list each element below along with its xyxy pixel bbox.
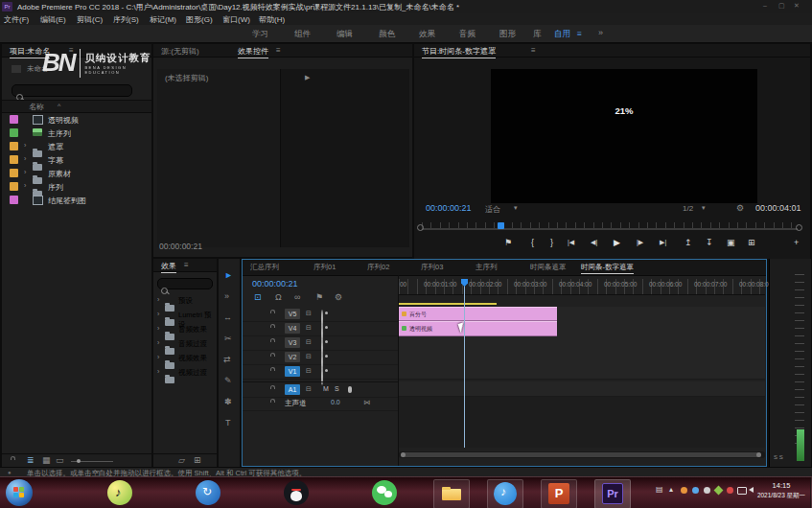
sync-lock-icon[interactable]: ⊟ <box>306 310 312 317</box>
workspace-tab-effects[interactable]: 效果 <box>419 29 435 40</box>
expander-icon[interactable]: › <box>157 311 159 317</box>
label-color-chip[interactable] <box>10 196 18 204</box>
project-panel-tab[interactable]: 项目:未命名 <box>10 46 50 58</box>
start-button[interactable] <box>6 479 33 506</box>
razor-tool-icon[interactable]: ✂ <box>224 334 232 343</box>
project-item-label[interactable]: 结尾签到图 <box>48 196 86 206</box>
menu-item-file[interactable]: 文件(F) <box>4 14 29 25</box>
workspace-tab-audio[interactable]: 音频 <box>459 29 476 40</box>
track-target-button[interactable]: V4 <box>285 323 300 334</box>
film-view-icon[interactable]: ▭ <box>56 455 64 465</box>
effects-search-input[interactable] <box>157 278 213 289</box>
track-content-v1[interactable] <box>399 364 765 380</box>
project-item-label[interactable]: 原素材 <box>48 169 71 179</box>
track-target-button[interactable]: V5 <box>285 309 300 319</box>
track-content-v3[interactable] <box>399 335 765 351</box>
tray-app-orange[interactable] <box>681 487 687 494</box>
workspace-tab-assembly[interactable]: 组件 <box>294 29 311 40</box>
project-item-row[interactable]: › 序列 <box>2 180 151 194</box>
settings-wrench-icon[interactable]: ⚙ <box>736 203 744 213</box>
workspace-tab-custom[interactable]: 自用 <box>554 29 570 40</box>
selection-tool-icon[interactable]: ► <box>224 270 233 280</box>
mark-out-button[interactable]: } <box>550 238 553 247</box>
label-color-chip[interactable] <box>10 115 18 124</box>
minimize-button[interactable]: – <box>763 2 767 9</box>
effects-folder-label[interactable]: 预设 <box>178 296 193 306</box>
label-color-chip[interactable] <box>10 182 18 191</box>
icon-view-icon[interactable]: ▦ <box>42 455 51 465</box>
lift-button[interactable]: ↥ <box>684 238 692 247</box>
hscroll-right-handle[interactable] <box>756 452 761 457</box>
track-target-button[interactable]: A1 <box>285 384 300 395</box>
effects-tab[interactable]: 效果 <box>161 261 176 273</box>
comparison-view-button[interactable]: ⊞ <box>748 238 755 247</box>
play-button[interactable]: ▶ <box>614 238 620 247</box>
sync-lock-icon[interactable]: ⊟ <box>306 385 312 393</box>
effects-folder-row[interactable]: › 视频效果 <box>153 351 217 365</box>
track-select-tool-icon[interactable]: » <box>224 291 229 301</box>
extract-button[interactable]: ↧ <box>706 238 713 247</box>
add-marker-button[interactable]: ⚑ <box>504 238 512 247</box>
project-item-row[interactable]: › 字幕 <box>2 153 151 167</box>
effects-folder-label[interactable]: 音频过渡 <box>178 339 207 349</box>
hand-tool-icon[interactable]: ✽ <box>224 397 232 406</box>
program-scrub-bar[interactable] <box>422 222 798 230</box>
label-color-chip[interactable] <box>10 142 18 150</box>
expander-icon[interactable]: › <box>157 339 159 346</box>
resolution-dropdown-icon[interactable]: ▾ <box>702 204 706 212</box>
taskbar-clock[interactable]: 14:15 2021/8/23 星期一 <box>754 481 809 500</box>
tray-display-icon[interactable] <box>737 487 747 495</box>
zoom-dropdown-icon[interactable]: ▾ <box>514 204 518 212</box>
workspace-tab-graphics[interactable]: 图形 <box>499 29 516 40</box>
effects-folder-label[interactable]: 视频效果 <box>178 354 207 363</box>
new-item-icon[interactable]: ⊞ <box>194 455 201 465</box>
playhead-line[interactable] <box>464 279 465 448</box>
tray-keyboard-icon[interactable]: ▤ <box>656 485 663 494</box>
track-target-button[interactable]: V1 <box>285 366 300 377</box>
sequence-tab[interactable]: 汇总序列 <box>250 263 279 272</box>
tray-app-white[interactable] <box>704 487 710 494</box>
wechat-icon[interactable] <box>372 480 397 505</box>
label-color-chip[interactable] <box>10 128 18 137</box>
effects-folder-label[interactable]: 视频过渡 <box>178 368 207 378</box>
sync-lock-icon[interactable]: ⊟ <box>306 353 312 360</box>
timeline-ruler[interactable]: 00 00:00:01:00 00:00:02:00 00:00:03:00 0… <box>399 279 765 295</box>
new-custom-bin-icon[interactable]: ▱ <box>178 455 185 465</box>
workspace-overflow-icon[interactable]: » <box>598 28 603 37</box>
meter-solo-labels[interactable]: S S <box>774 454 783 460</box>
music-app-taskbar-button[interactable]: ♪ <box>487 479 523 508</box>
close-button[interactable]: ✕ <box>794 2 800 10</box>
program-playhead-handle[interactable] <box>498 222 504 229</box>
effect-controls-timecode[interactable]: 00:00:00:21 <box>159 242 202 251</box>
sync-lock-icon[interactable]: ⊟ <box>306 338 312 346</box>
label-color-chip[interactable] <box>10 169 18 177</box>
powerpoint-taskbar-button[interactable]: P <box>541 479 577 508</box>
master-level-value[interactable]: 0.0 <box>331 399 340 405</box>
workspace-tab-editing[interactable]: 编辑 <box>336 29 353 40</box>
resolution-dropdown[interactable]: 1/2 <box>683 204 693 213</box>
timeline-menu-icon[interactable]: ≡ <box>628 263 632 271</box>
project-item-row[interactable]: 主序列 <box>2 127 151 140</box>
explorer-taskbar-button[interactable] <box>433 479 470 508</box>
program-monitor-tab[interactable]: 节目:时间条-数字遮罩 <box>422 46 496 58</box>
expander-icon[interactable]: › <box>24 142 26 149</box>
sequence-tab[interactable]: 序列02 <box>367 263 389 272</box>
go-to-in-button[interactable]: |◀ <box>568 239 574 246</box>
tray-app-blue[interactable] <box>692 487 699 494</box>
label-color-chip[interactable] <box>10 155 18 164</box>
mute-button[interactable]: M <box>323 385 329 392</box>
menu-item-sequence[interactable]: 序列(S) <box>113 14 139 25</box>
menu-item-edit[interactable]: 编辑(E) <box>40 14 66 25</box>
program-current-timecode[interactable]: 00:00:00:21 <box>426 203 472 213</box>
project-item-label[interactable]: 主序列 <box>48 128 71 139</box>
snap-toggle-icon[interactable]: Ω <box>275 292 282 302</box>
step-forward-button[interactable]: |▶ <box>637 239 643 246</box>
mark-in-button[interactable]: { <box>531 238 534 247</box>
solo-button[interactable]: S <box>335 385 339 392</box>
sync-lock-icon[interactable]: ⊟ <box>306 367 312 375</box>
effects-folder-row[interactable]: › 视频过渡 <box>153 365 217 380</box>
master-meter-icon[interactable]: ⋈ <box>363 399 370 406</box>
list-view-icon[interactable]: ≣ <box>27 455 35 465</box>
slip-tool-icon[interactable]: ⇄ <box>223 355 231 364</box>
project-item-label[interactable]: 字幕 <box>48 155 63 166</box>
